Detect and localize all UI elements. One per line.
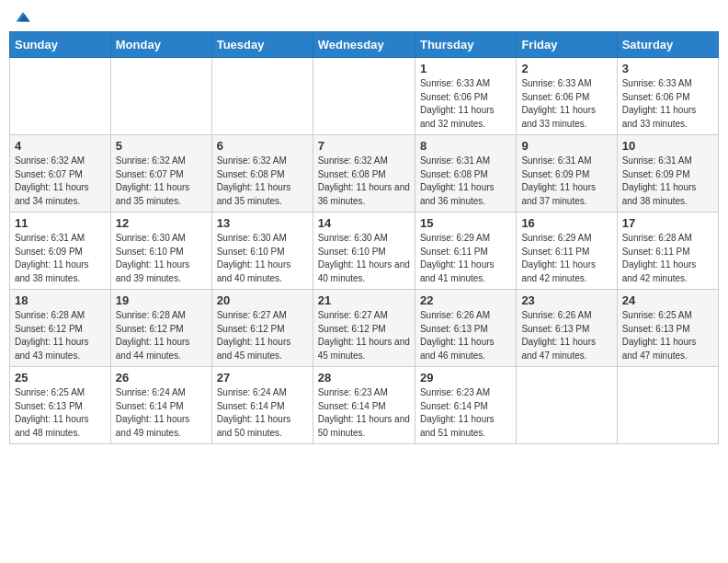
day-header-sunday: Sunday <box>10 32 111 58</box>
day-number: 21 <box>318 293 410 307</box>
day-info: Sunrise: 6:28 AM Sunset: 6:12 PM Dayligh… <box>116 309 207 362</box>
day-info: Sunrise: 6:28 AM Sunset: 6:11 PM Dayligh… <box>622 232 713 285</box>
day-cell: 15Sunrise: 6:29 AM Sunset: 6:11 PM Dayli… <box>415 213 516 290</box>
day-info: Sunrise: 6:32 AM Sunset: 6:07 PM Dayligh… <box>116 155 207 208</box>
calendar-body: 1Sunrise: 6:33 AM Sunset: 6:06 PM Daylig… <box>10 58 719 444</box>
day-header-wednesday: Wednesday <box>313 32 415 58</box>
day-cell: 19Sunrise: 6:28 AM Sunset: 6:12 PM Dayli… <box>110 290 211 367</box>
day-header-monday: Monday <box>110 32 211 58</box>
day-info: Sunrise: 6:32 AM Sunset: 6:08 PM Dayligh… <box>318 155 410 208</box>
day-info: Sunrise: 6:24 AM Sunset: 6:14 PM Dayligh… <box>116 386 207 440</box>
day-info: Sunrise: 6:23 AM Sunset: 6:14 PM Dayligh… <box>318 386 410 440</box>
day-info: Sunrise: 6:28 AM Sunset: 6:12 PM Dayligh… <box>15 309 106 362</box>
week-row-3: 11Sunrise: 6:31 AM Sunset: 6:09 PM Dayli… <box>10 213 719 290</box>
day-header-saturday: Saturday <box>617 32 718 58</box>
day-number: 8 <box>420 139 511 153</box>
day-info: Sunrise: 6:29 AM Sunset: 6:11 PM Dayligh… <box>420 232 511 285</box>
day-info: Sunrise: 6:27 AM Sunset: 6:12 PM Dayligh… <box>217 309 308 362</box>
day-cell: 1Sunrise: 6:33 AM Sunset: 6:06 PM Daylig… <box>415 58 516 135</box>
day-info: Sunrise: 6:33 AM Sunset: 6:06 PM Dayligh… <box>521 77 611 131</box>
day-number: 6 <box>217 139 308 153</box>
day-cell: 20Sunrise: 6:27 AM Sunset: 6:12 PM Dayli… <box>211 290 313 367</box>
day-cell: 5Sunrise: 6:32 AM Sunset: 6:07 PM Daylig… <box>110 135 211 213</box>
day-cell: 14Sunrise: 6:30 AM Sunset: 6:10 PM Dayli… <box>313 213 415 290</box>
day-number: 28 <box>318 371 410 385</box>
day-number: 10 <box>622 139 713 153</box>
day-cell: 25Sunrise: 6:25 AM Sunset: 6:13 PM Dayli… <box>10 367 111 444</box>
day-number: 13 <box>217 216 308 230</box>
day-number: 20 <box>217 293 308 307</box>
day-cell: 11Sunrise: 6:31 AM Sunset: 6:09 PM Dayli… <box>10 213 111 290</box>
day-number: 18 <box>15 293 106 307</box>
week-row-1: 1Sunrise: 6:33 AM Sunset: 6:06 PM Daylig… <box>10 58 719 135</box>
day-info: Sunrise: 6:30 AM Sunset: 6:10 PM Dayligh… <box>318 232 410 285</box>
day-cell: 10Sunrise: 6:31 AM Sunset: 6:09 PM Dayli… <box>617 135 718 213</box>
day-cell: 9Sunrise: 6:31 AM Sunset: 6:09 PM Daylig… <box>517 135 617 213</box>
day-header-friday: Friday <box>517 32 617 58</box>
day-info: Sunrise: 6:26 AM Sunset: 6:13 PM Dayligh… <box>420 309 511 362</box>
day-cell: 7Sunrise: 6:32 AM Sunset: 6:08 PM Daylig… <box>313 135 415 213</box>
day-number: 2 <box>521 62 611 75</box>
day-number: 27 <box>217 371 308 385</box>
day-number: 23 <box>521 293 611 307</box>
day-info: Sunrise: 6:30 AM Sunset: 6:10 PM Dayligh… <box>217 232 308 285</box>
day-number: 29 <box>420 371 511 385</box>
day-number: 5 <box>116 139 207 153</box>
week-row-2: 4Sunrise: 6:32 AM Sunset: 6:07 PM Daylig… <box>10 135 719 213</box>
day-number: 1 <box>420 62 511 75</box>
day-info: Sunrise: 6:30 AM Sunset: 6:10 PM Dayligh… <box>116 232 207 285</box>
day-info: Sunrise: 6:23 AM Sunset: 6:14 PM Dayligh… <box>420 386 511 440</box>
day-header-tuesday: Tuesday <box>211 32 313 58</box>
day-cell <box>10 58 111 135</box>
day-number: 24 <box>622 293 713 307</box>
day-cell: 8Sunrise: 6:31 AM Sunset: 6:08 PM Daylig… <box>415 135 516 213</box>
day-info: Sunrise: 6:31 AM Sunset: 6:09 PM Dayligh… <box>521 155 611 208</box>
day-info: Sunrise: 6:33 AM Sunset: 6:06 PM Dayligh… <box>420 77 511 131</box>
day-info: Sunrise: 6:25 AM Sunset: 6:13 PM Dayligh… <box>622 309 713 362</box>
day-number: 17 <box>622 216 713 230</box>
day-cell: 29Sunrise: 6:23 AM Sunset: 6:14 PM Dayli… <box>415 367 516 444</box>
calendar-header: SundayMondayTuesdayWednesdayThursdayFrid… <box>10 32 719 58</box>
day-cell: 23Sunrise: 6:26 AM Sunset: 6:13 PM Dayli… <box>517 290 617 367</box>
day-cell: 24Sunrise: 6:25 AM Sunset: 6:13 PM Dayli… <box>617 290 718 367</box>
day-number: 19 <box>116 293 207 307</box>
day-cell: 3Sunrise: 6:33 AM Sunset: 6:06 PM Daylig… <box>617 58 718 135</box>
day-info: Sunrise: 6:29 AM Sunset: 6:11 PM Dayligh… <box>521 232 611 285</box>
day-number: 3 <box>622 62 713 75</box>
day-info: Sunrise: 6:27 AM Sunset: 6:12 PM Dayligh… <box>318 309 410 362</box>
day-cell: 26Sunrise: 6:24 AM Sunset: 6:14 PM Dayli… <box>110 367 211 444</box>
day-number: 15 <box>420 216 511 230</box>
day-number: 16 <box>521 216 611 230</box>
day-cell: 17Sunrise: 6:28 AM Sunset: 6:11 PM Dayli… <box>617 213 718 290</box>
day-cell <box>313 58 415 135</box>
day-number: 25 <box>15 371 106 385</box>
day-number: 11 <box>15 216 106 230</box>
day-number: 9 <box>521 139 611 153</box>
day-cell: 6Sunrise: 6:32 AM Sunset: 6:08 PM Daylig… <box>211 135 313 213</box>
day-number: 22 <box>420 293 511 307</box>
day-info: Sunrise: 6:32 AM Sunset: 6:07 PM Dayligh… <box>15 155 106 208</box>
day-info: Sunrise: 6:25 AM Sunset: 6:13 PM Dayligh… <box>15 386 106 440</box>
day-cell: 28Sunrise: 6:23 AM Sunset: 6:14 PM Dayli… <box>313 367 415 444</box>
day-info: Sunrise: 6:26 AM Sunset: 6:13 PM Dayligh… <box>521 309 611 362</box>
day-number: 26 <box>116 371 207 385</box>
day-info: Sunrise: 6:31 AM Sunset: 6:09 PM Dayligh… <box>622 155 713 208</box>
day-cell: 16Sunrise: 6:29 AM Sunset: 6:11 PM Dayli… <box>517 213 617 290</box>
day-cell: 22Sunrise: 6:26 AM Sunset: 6:13 PM Dayli… <box>415 290 516 367</box>
day-number: 12 <box>116 216 207 230</box>
day-cell: 27Sunrise: 6:24 AM Sunset: 6:14 PM Dayli… <box>211 367 313 444</box>
day-cell <box>517 367 617 444</box>
week-row-5: 25Sunrise: 6:25 AM Sunset: 6:13 PM Dayli… <box>10 367 719 444</box>
day-info: Sunrise: 6:33 AM Sunset: 6:06 PM Dayligh… <box>622 77 713 131</box>
day-cell: 13Sunrise: 6:30 AM Sunset: 6:10 PM Dayli… <box>211 213 313 290</box>
days-of-week-row: SundayMondayTuesdayWednesdayThursdayFrid… <box>10 32 719 58</box>
day-cell: 12Sunrise: 6:30 AM Sunset: 6:10 PM Dayli… <box>110 213 211 290</box>
calendar-table: SundayMondayTuesdayWednesdayThursdayFrid… <box>9 31 719 444</box>
day-number: 14 <box>318 216 410 230</box>
day-info: Sunrise: 6:31 AM Sunset: 6:08 PM Dayligh… <box>420 155 511 208</box>
day-header-thursday: Thursday <box>415 32 516 58</box>
day-info: Sunrise: 6:24 AM Sunset: 6:14 PM Dayligh… <box>217 386 308 440</box>
day-cell: 18Sunrise: 6:28 AM Sunset: 6:12 PM Dayli… <box>10 290 111 367</box>
day-cell <box>110 58 211 135</box>
logo <box>13 9 31 26</box>
